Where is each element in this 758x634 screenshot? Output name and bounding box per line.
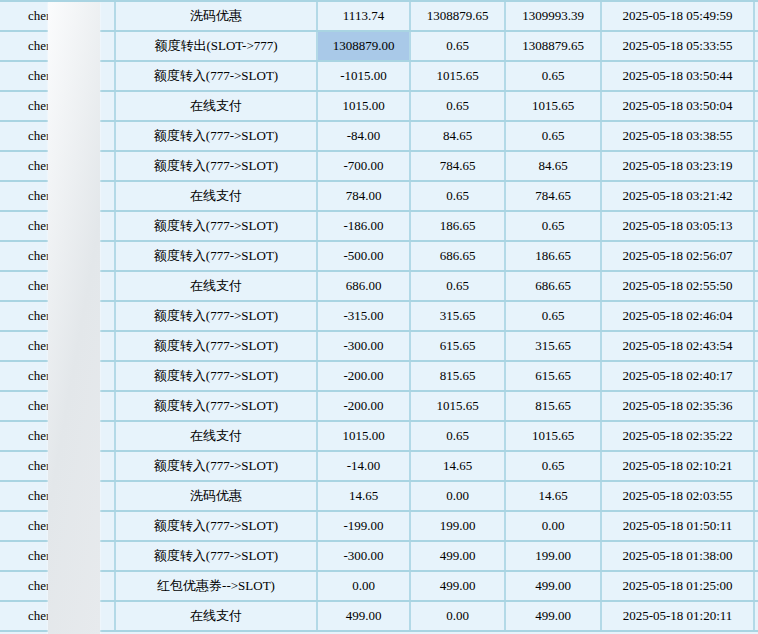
timestamp-cell: 2025-05-18 03:23:19 [602, 152, 755, 180]
timestamp-cell: 2025-05-18 02:40:17 [602, 362, 755, 390]
table-row[interactable]: chen额度转入(777->SLOT)-200.00815.65615.6520… [0, 362, 758, 392]
amount-cell: -300.00 [318, 332, 411, 360]
amount-cell: -1015.00 [318, 62, 411, 90]
table-row[interactable]: chen在线支付499.000.00499.002025-05-18 01:20… [0, 602, 758, 632]
timestamp-cell: 2025-05-18 03:21:42 [602, 182, 755, 210]
balance-before-cell: 0.65 [411, 422, 506, 450]
balance-after-cell: 0.65 [506, 452, 602, 480]
balance-after-cell: 0.65 [506, 122, 602, 150]
table-row[interactable]: chen额度转入(777->SLOT)-186.00186.650.652025… [0, 212, 758, 242]
balance-before-cell: 499.00 [411, 572, 506, 600]
amount-cell: -200.00 [318, 392, 411, 420]
balance-after-cell: 784.65 [506, 182, 602, 210]
transaction-type-cell: 在线支付 [116, 272, 318, 300]
balance-before-cell: 0.65 [411, 32, 506, 60]
timestamp-cell: 2025-05-18 05:49:59 [602, 2, 755, 30]
amount-cell: -500.00 [318, 242, 411, 270]
transaction-type-cell: 在线支付 [116, 182, 318, 210]
balance-before-cell: 0.65 [411, 92, 506, 120]
balance-before-cell: 0.00 [411, 482, 506, 510]
timestamp-cell: 2025-05-18 01:50:11 [602, 512, 755, 540]
balance-after-cell: 0.65 [506, 302, 602, 330]
table-row[interactable]: chen在线支付1015.000.651015.652025-05-18 02:… [0, 422, 758, 452]
amount-cell: 686.00 [318, 272, 411, 300]
table-row[interactable]: chen额度转入(777->SLOT)-500.00686.65186.6520… [0, 242, 758, 272]
table-row[interactable]: chen额度转入(777->SLOT)-300.00615.65315.6520… [0, 332, 758, 362]
transaction-type-cell: 红包优惠券-->SLOT) [116, 572, 318, 600]
transactions-table-body: chen洗码优惠1113.741308879.651309993.392025-… [0, 2, 758, 632]
table-row[interactable]: chen额度转入(777->SLOT)-300.00499.00199.0020… [0, 542, 758, 572]
timestamp-cell: 2025-05-18 02:35:22 [602, 422, 755, 450]
balance-after-cell: 315.65 [506, 332, 602, 360]
transaction-type-cell: 额度转入(777->SLOT) [116, 452, 318, 480]
balance-after-cell: 199.00 [506, 542, 602, 570]
balance-before-cell: 0.00 [411, 602, 506, 630]
amount-cell: -315.00 [318, 302, 411, 330]
table-row[interactable]: chen额度转入(777->SLOT)-200.001015.65815.652… [0, 392, 758, 422]
table-row[interactable]: chen额度转入(777->SLOT)-315.00315.650.652025… [0, 302, 758, 332]
amount-cell: -700.00 [318, 152, 411, 180]
balance-before-cell: 84.65 [411, 122, 506, 150]
timestamp-cell: 2025-05-18 02:43:54 [602, 332, 755, 360]
transaction-type-cell: 额度转出(SLOT->777) [116, 32, 318, 60]
transactions-table: chen洗码优惠1113.741308879.651309993.392025-… [0, 0, 758, 634]
transaction-type-cell: 额度转入(777->SLOT) [116, 332, 318, 360]
table-row[interactable]: chen额度转入(777->SLOT)-84.0084.650.652025-0… [0, 122, 758, 152]
table-row[interactable]: chen额度转出(SLOT->777)1308879.000.651308879… [0, 32, 758, 62]
balance-before-cell: 14.65 [411, 452, 506, 480]
transaction-type-cell: 洗码优惠 [116, 2, 318, 30]
timestamp-cell: 2025-05-18 02:03:55 [602, 482, 755, 510]
balance-before-cell: 686.65 [411, 242, 506, 270]
timestamp-cell: 2025-05-18 01:38:00 [602, 542, 755, 570]
amount-cell: -300.00 [318, 542, 411, 570]
amount-cell: -84.00 [318, 122, 411, 150]
transaction-type-cell: 在线支付 [116, 602, 318, 630]
amount-cell: 0.00 [318, 572, 411, 600]
timestamp-cell: 2025-05-18 03:05:13 [602, 212, 755, 240]
amount-cell: 499.00 [318, 602, 411, 630]
table-row[interactable]: chen在线支付784.000.65784.652025-05-18 03:21… [0, 182, 758, 212]
transaction-type-cell: 额度转入(777->SLOT) [116, 542, 318, 570]
balance-after-cell: 0.65 [506, 62, 602, 90]
table-row[interactable]: chen洗码优惠1113.741308879.651309993.392025-… [0, 2, 758, 32]
amount-cell: -200.00 [318, 362, 411, 390]
table-row[interactable]: chen红包优惠券-->SLOT)0.00499.00499.002025-05… [0, 572, 758, 602]
table-row[interactable]: chen额度转入(777->SLOT)-14.0014.650.652025-0… [0, 452, 758, 482]
balance-before-cell: 0.65 [411, 182, 506, 210]
table-row[interactable]: chen额度转入(777->SLOT)-199.00199.000.002025… [0, 512, 758, 542]
balance-before-cell: 499.00 [411, 542, 506, 570]
transaction-type-cell: 额度转入(777->SLOT) [116, 152, 318, 180]
balance-after-cell: 499.00 [506, 602, 602, 630]
balance-after-cell: 186.65 [506, 242, 602, 270]
table-row[interactable]: chen在线支付686.000.65686.652025-05-18 02:55… [0, 272, 758, 302]
balance-after-cell: 14.65 [506, 482, 602, 510]
timestamp-cell: 2025-05-18 05:33:55 [602, 32, 755, 60]
balance-after-cell: 815.65 [506, 392, 602, 420]
balance-before-cell: 815.65 [411, 362, 506, 390]
timestamp-cell: 2025-05-18 03:50:44 [602, 62, 755, 90]
transaction-type-cell: 额度转入(777->SLOT) [116, 212, 318, 240]
transaction-type-cell: 洗码优惠 [116, 482, 318, 510]
table-row[interactable]: chen洗码优惠14.650.0014.652025-05-18 02:03:5… [0, 482, 758, 512]
amount-cell: -186.00 [318, 212, 411, 240]
amount-cell: 1113.74 [318, 2, 411, 30]
amount-cell: -199.00 [318, 512, 411, 540]
balance-after-cell: 1015.65 [506, 92, 602, 120]
balance-before-cell: 1015.65 [411, 392, 506, 420]
table-row[interactable]: chen额度转入(777->SLOT)-1015.001015.650.6520… [0, 62, 758, 92]
amount-cell[interactable]: 1308879.00 [318, 32, 411, 60]
amount-cell: 1015.00 [318, 92, 411, 120]
balance-after-cell: 1015.65 [506, 422, 602, 450]
table-row[interactable]: chen额度转入(777->SLOT)-700.00784.6584.65202… [0, 152, 758, 182]
transaction-type-cell: 额度转入(777->SLOT) [116, 392, 318, 420]
timestamp-cell: 2025-05-18 03:50:04 [602, 92, 755, 120]
table-row[interactable]: chen在线支付1015.000.651015.652025-05-18 03:… [0, 92, 758, 122]
timestamp-cell: 2025-05-18 02:46:04 [602, 302, 755, 330]
balance-after-cell: 499.00 [506, 572, 602, 600]
balance-before-cell: 0.65 [411, 272, 506, 300]
transaction-type-cell: 额度转入(777->SLOT) [116, 362, 318, 390]
transaction-type-cell: 在线支付 [116, 92, 318, 120]
amount-cell: 784.00 [318, 182, 411, 210]
timestamp-cell: 2025-05-18 01:20:11 [602, 602, 755, 630]
balance-after-cell: 686.65 [506, 272, 602, 300]
